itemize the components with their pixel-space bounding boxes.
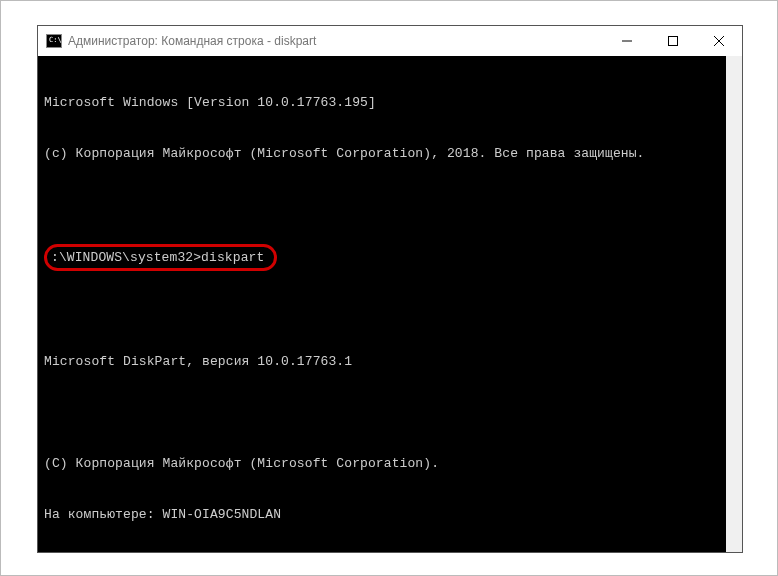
output-blank	[44, 404, 736, 421]
output-blank	[44, 196, 736, 213]
cmd-icon-glyph: C:\	[49, 37, 62, 44]
output-line: На компьютере: WIN-OIA9C5NDLAN	[44, 506, 736, 523]
window-titlebar[interactable]: C:\ Администратор: Командная строка - di…	[38, 26, 742, 56]
terminal-body[interactable]: Microsoft Windows [Version 10.0.17763.19…	[38, 56, 742, 552]
command-line-highlighted: :\WINDOWS\system32>diskpart	[44, 247, 736, 268]
close-button[interactable]	[696, 26, 742, 56]
window-title: Администратор: Командная строка - diskpa…	[68, 34, 604, 48]
cmd-icon: C:\	[46, 34, 62, 48]
output-line: Microsoft DiskPart, версия 10.0.17763.1	[44, 353, 736, 370]
vertical-scrollbar[interactable]	[726, 56, 742, 552]
window-controls	[604, 26, 742, 55]
maximize-button[interactable]	[650, 26, 696, 56]
svg-rect-1	[669, 37, 678, 46]
output-line: (C) Корпорация Майкрософт (Microsoft Cor…	[44, 455, 736, 472]
terminal-output: Microsoft Windows [Version 10.0.17763.19…	[38, 56, 742, 552]
command-prompt-window: C:\ Администратор: Командная строка - di…	[37, 25, 743, 553]
output-blank	[44, 302, 736, 319]
minimize-button[interactable]	[604, 26, 650, 56]
screenshot-frame: C:\ Администратор: Командная строка - di…	[0, 0, 778, 576]
output-line: (c) Корпорация Майкрософт (Microsoft Cor…	[44, 145, 736, 162]
highlight-annotation: :\WINDOWS\system32>diskpart	[44, 244, 277, 271]
output-line: Microsoft Windows [Version 10.0.17763.19…	[44, 94, 736, 111]
